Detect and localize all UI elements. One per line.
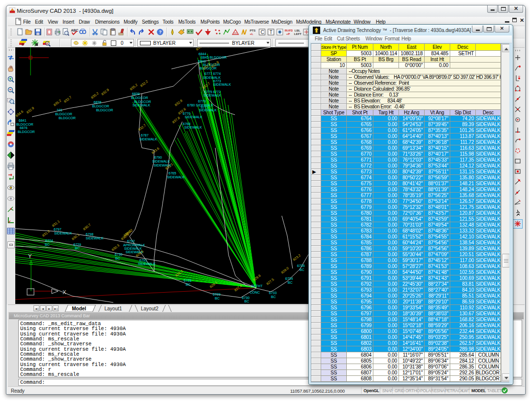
svg-text:6798: 6798 xyxy=(86,233,94,236)
svg-text:6735: 6735 xyxy=(297,264,305,268)
svg-text:?: ? xyxy=(159,30,162,34)
svg-text:PTS: PTS xyxy=(250,29,256,32)
svg-text:ABC: ABC xyxy=(71,29,78,32)
svg-text:BLDGCOR: BLDGCOR xyxy=(16,123,33,126)
svg-text:BC: BC xyxy=(186,283,191,286)
svg-text:BC: BC xyxy=(115,257,120,260)
svg-text:RUFD: RUFD xyxy=(285,29,293,32)
svg-text:6797: 6797 xyxy=(54,228,62,231)
svg-text:BLDGCOR: BLDGCOR xyxy=(134,100,151,103)
svg-text:SIDEWALK: SIDEWALK xyxy=(184,126,202,129)
svg-text:BC: BC xyxy=(288,281,293,284)
svg-text:BLDGCOR: BLDGCOR xyxy=(92,104,109,108)
svg-text:6773: 6773 xyxy=(213,79,221,83)
svg-text:6790: 6790 xyxy=(154,156,162,159)
svg-text:6734: 6734 xyxy=(285,277,293,280)
svg-text:BLDGCOR: BLDGCOR xyxy=(59,116,76,120)
svg-text:6844: 6844 xyxy=(199,52,206,56)
svg-text:BLDGCOR: BLDGCOR xyxy=(18,130,35,134)
svg-text:X: X xyxy=(63,289,66,295)
svg-text:6775 6772: 6775 6772 xyxy=(204,90,221,94)
svg-text:SIDEWALK: SIDEWALK xyxy=(139,137,157,141)
svg-text:LEFT: LEFT xyxy=(294,33,301,35)
svg-text:6777 6774: 6777 6774 xyxy=(204,72,221,75)
svg-text:APRONWALK: APRONWALK xyxy=(123,243,145,247)
svg-text:6729: 6729 xyxy=(213,293,221,296)
svg-text:6765: 6765 xyxy=(168,171,176,175)
svg-text:6768: 6768 xyxy=(183,122,191,126)
svg-text:6845 BLDGCOR: 6845 BLDGCOR xyxy=(201,56,227,59)
svg-text:SIDEWALK: SIDEWALK xyxy=(86,236,103,240)
svg-text:SIDEWALK: SIDEWALK xyxy=(152,160,170,163)
svg-text:+L: +L xyxy=(250,33,254,35)
svg-text:6729: 6729 xyxy=(73,243,81,246)
svg-text:6730: 6730 xyxy=(242,296,250,300)
svg-text:6839: 6839 xyxy=(132,92,140,96)
svg-text:BC: BC xyxy=(215,297,220,300)
svg-text:T: T xyxy=(269,30,272,35)
svg-text:101: 101 xyxy=(57,108,63,112)
svg-text:6876: 6876 xyxy=(20,126,28,130)
svg-text:Layout2: Layout2 xyxy=(141,306,159,311)
svg-text:BC: BC xyxy=(299,268,304,271)
svg-text:6792: 6792 xyxy=(127,239,135,243)
svg-text:SIDEWALK: SIDEWALK xyxy=(185,115,202,119)
svg-text:6724: 6724 xyxy=(45,239,53,242)
svg-text:BC: BC xyxy=(75,246,80,250)
svg-text:SIDEWALK: SIDEWALK xyxy=(124,247,142,250)
svg-text:Model: Model xyxy=(72,306,86,311)
svg-text:6728: 6728 xyxy=(184,279,192,282)
svg-text:6787: 6787 xyxy=(141,134,149,137)
svg-text:6791: 6791 xyxy=(139,259,147,262)
svg-text:SIDEWALK: SIDEWALK xyxy=(199,108,217,112)
svg-text:6780 SIDEWALK: 6780 SIDEWALK xyxy=(187,103,214,107)
svg-text:+P: +P xyxy=(286,33,290,35)
svg-text:6843: 6843 xyxy=(198,60,206,63)
svg-text:BLDGCOR: BLDGCOR xyxy=(55,112,72,116)
svg-text:Y: Y xyxy=(28,253,32,259)
svg-text:6730: 6730 xyxy=(115,253,123,256)
svg-text:SIDEWALK: SIDEWALK xyxy=(133,103,150,107)
svg-text:6770: 6770 xyxy=(183,112,191,115)
svg-text:BC: BC xyxy=(271,295,276,299)
svg-text:SIDEWALK: SIDEWALK xyxy=(138,262,156,266)
svg-text:CONC: CONC xyxy=(250,291,260,294)
svg-text:BC: BC xyxy=(244,300,249,303)
svg-text:6841: 6841 xyxy=(19,119,27,122)
svg-text:SIDEWALK: SIDEWALK xyxy=(213,83,231,86)
svg-text:6779: 6779 xyxy=(198,100,206,103)
svg-text:SIDEWALK: SIDEWALK xyxy=(203,76,221,79)
svg-text:6733: 6733 xyxy=(269,291,277,295)
svg-text:BLDGCOR: BLDGCOR xyxy=(96,108,113,112)
svg-text:6838: 6838 xyxy=(94,100,101,104)
svg-text:Layout1: Layout1 xyxy=(104,306,122,311)
svg-text:SIDEWALK: SIDEWALK xyxy=(203,94,221,97)
svg-text:BC: BC xyxy=(45,243,50,246)
svg-text:SIDEWALK: SIDEWALK xyxy=(167,175,185,179)
svg-text:C: C xyxy=(261,30,264,35)
svg-text:BLDGCOR: BLDGCOR xyxy=(131,96,148,100)
svg-text:LBL: LBL xyxy=(295,29,300,32)
svg-text:SIDEWALK: SIDEWALK xyxy=(54,232,72,235)
svg-text:SETHT: SETHT xyxy=(251,284,263,288)
